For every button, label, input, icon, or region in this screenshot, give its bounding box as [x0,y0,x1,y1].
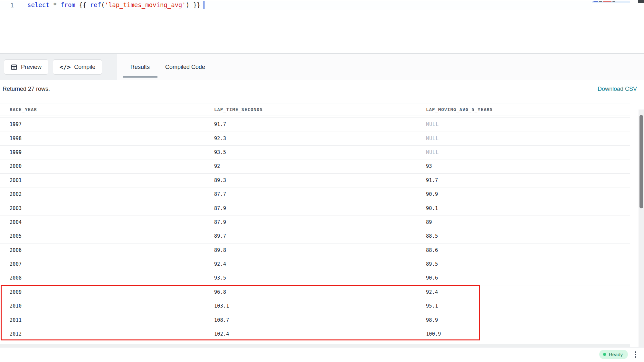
table-row[interactable]: 200487.989 [0,215,630,229]
table-row[interactable]: 2011108.798.9 [0,313,630,327]
ready-status-label: Ready [609,352,623,357]
code-token-plain [50,1,53,8]
table-cell: NULL [426,149,630,155]
table-grid-icon [11,64,17,71]
table-cell: 102.4 [214,331,426,337]
tab-compiled-code[interactable]: Compiled Code [157,54,213,80]
table-cell: 92.4 [426,289,630,295]
table-row[interactable]: 200387.990.1 [0,201,630,215]
ready-status-badge: Ready [599,350,628,359]
table-cell: 2000 [0,163,214,169]
table-cell: 2004 [0,219,214,225]
table-cell: 2009 [0,289,214,295]
table-cell: 1998 [0,136,214,141]
table-row[interactable]: 200589.788.5 [0,229,630,243]
table-cell: 2006 [0,247,214,253]
toolbar-button-group: Preview </> Compile [0,54,117,80]
horizontal-scrollbar-track[interactable] [0,344,630,347]
column-header-race-year[interactable]: RACE_YEAR [0,107,214,112]
table-cell: 2005 [0,233,214,239]
table-cell: NULL [426,136,630,141]
table-row[interactable]: 200189.391.7 [0,174,630,187]
table-row[interactable]: 2012102.4100.9 [0,327,630,341]
tab-results[interactable]: Results [123,54,157,80]
minimap-code-dash [612,1,615,2]
kebab-menu-icon[interactable] [633,351,638,358]
status-bar: Ready [0,347,644,362]
code-token-operator: * [53,1,57,8]
table-cell: 92.3 [214,136,426,141]
column-header-lap-time-seconds[interactable]: LAP_TIME_SECONDS [214,107,426,112]
preview-button-label: Preview [21,64,42,71]
table-cell: 89.8 [214,247,426,253]
table-cell: 88.5 [426,233,630,239]
table-row[interactable]: 200689.888.6 [0,243,630,257]
table-cell: 95.1 [426,303,630,309]
table-header-row: RACE_YEAR LAP_TIME_SECONDS LAP_MOVING_AV… [0,103,630,116]
table-row[interactable]: 199791.7NULL [0,118,630,131]
active-tab-indicator [123,76,157,78]
tab-results-label: Results [130,64,150,71]
results-tabs: Results Compiled Code [123,54,213,80]
green-status-dot-icon [603,353,606,356]
editor-scrollbar-thumb[interactable] [638,0,644,3]
sql-editor[interactable]: 1 select * from {{ ref('lap_times_moving… [0,0,644,53]
download-csv-link[interactable]: Download CSV [598,86,637,92]
line-number: 1 [0,2,24,9]
table-row[interactable]: 200287.790.9 [0,187,630,201]
table-cell: 2008 [0,275,214,281]
table-row[interactable]: 200792.489.5 [0,257,630,271]
table-cell: 93.5 [214,149,426,155]
results-toolbar: Preview </> Compile Results Compiled Cod… [0,53,644,80]
compile-button[interactable]: </> Compile [53,59,102,75]
tab-compiled-code-label: Compiled Code [165,64,205,71]
table-cell: 87.9 [214,219,426,225]
table-cell: 103.1 [214,303,426,309]
table-cell: 87.9 [214,205,426,211]
table-cell: 90.1 [426,205,630,211]
code-token-plain: ( [101,1,105,8]
table-cell: 96.8 [214,289,426,295]
table-cell: 92 [214,163,426,169]
preview-button[interactable]: Preview [4,59,48,75]
minimap-code-dash [593,1,598,2]
table-cell: 2007 [0,261,214,267]
column-header-lap-moving-avg-5-years[interactable]: LAP_MOVING_AVG_5_YEARS [426,107,630,112]
editor-minimap[interactable] [592,0,630,53]
table-cell: 2010 [0,303,214,309]
table-cell: 1997 [0,121,214,127]
table-cell: 1999 [0,149,214,155]
table-row[interactable]: 2010103.195.1 [0,299,630,313]
table-cell: 90.9 [426,191,630,197]
code-line-content[interactable]: select * from {{ ref('lap_times_moving_a… [24,1,204,9]
table-cell: 89.5 [426,261,630,267]
text-cursor-caret [204,1,204,9]
ide-window: 1 select * from {{ ref('lap_times_moving… [0,0,644,362]
table-cell: NULL [426,121,630,127]
toolbar-divider [117,54,117,80]
table-row[interactable]: 200996.892.4 [0,285,630,299]
table-cell: 98.9 [426,317,630,323]
table-cell: 90.6 [426,275,630,281]
code-token-plain: {{ [75,1,90,8]
editor-active-line[interactable]: 1 select * from {{ ref('lap_times_moving… [0,1,592,10]
minimap-code-dash [599,1,602,2]
results-table-body: 199791.7NULL199892.3NULL199993.5NULL2000… [0,117,630,344]
table-cell: 2012 [0,331,214,337]
table-row[interactable]: 199892.3NULL [0,131,630,145]
vertical-scrollbar-thumb[interactable] [639,115,643,208]
table-row[interactable]: 199993.5NULL [0,146,630,159]
table-row[interactable]: 200893.590.6 [0,271,630,285]
table-cell: 89 [426,219,630,225]
code-token-plain [57,1,61,8]
minimap-code-dash [603,1,611,2]
table-cell: 2002 [0,191,214,197]
code-token-keyword: from [61,1,75,8]
code-token-plain: }} [189,1,200,8]
table-cell: 93 [426,163,630,169]
compile-button-label: Compile [74,64,95,71]
table-cell: 89.7 [214,233,426,239]
table-row[interactable]: 20009293 [0,159,630,173]
table-cell: 89.3 [214,177,426,183]
row-count-summary: Returned 27 rows. [3,86,50,92]
